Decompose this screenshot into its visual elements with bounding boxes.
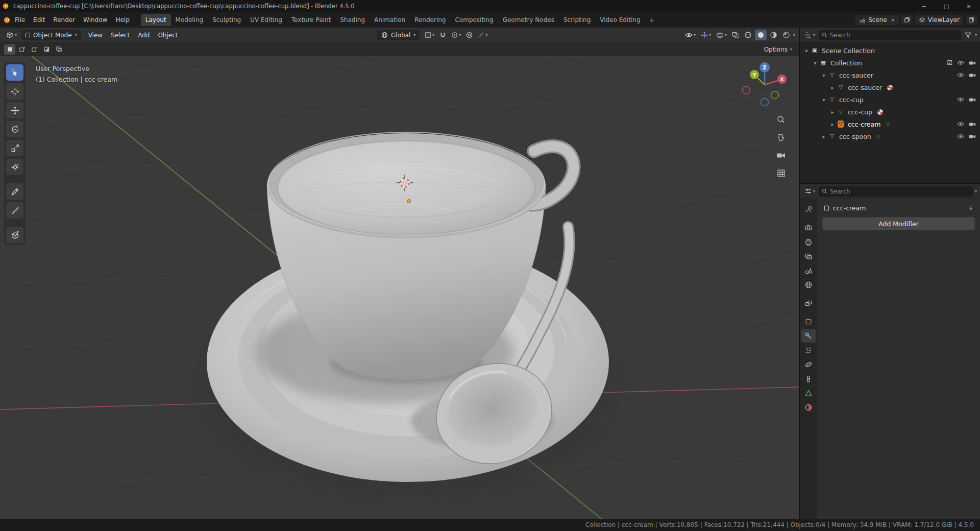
disclosure-arrow-icon[interactable] [812, 60, 819, 66]
render-camera-icon[interactable] [969, 134, 976, 139]
workspace-tab[interactable]: Sculpting [208, 14, 246, 26]
new-viewlayer-icon[interactable] [966, 15, 977, 25]
select-mode-intersect[interactable] [53, 44, 64, 55]
tool-scale[interactable] [6, 140, 23, 156]
props-tab-modifiers[interactable] [801, 329, 816, 343]
workspace-tab[interactable]: Video Editing [595, 14, 645, 26]
camera-view-icon[interactable] [775, 149, 787, 161]
tool-add-cube[interactable] [6, 227, 23, 243]
workspace-tab[interactable]: Layout [141, 14, 171, 26]
outliner-row[interactable]: ▣ ▦ ▽ ▽ ccc-cream ▽ ☑ [800, 118, 980, 130]
snap-toggle[interactable] [437, 30, 448, 40]
props-tab-constraints[interactable] [801, 372, 816, 385]
visibility-dropdown[interactable]: ▾ [683, 31, 698, 39]
workspace-tab[interactable]: Compositing [450, 14, 498, 26]
props-tab-particles[interactable] [801, 344, 816, 357]
outliner-search-input[interactable] [830, 32, 958, 39]
editor-type-dropdown[interactable]: ▾ [4, 30, 18, 40]
properties-options-icon[interactable]: ▾ [975, 189, 977, 194]
hide-eye-icon[interactable] [957, 122, 964, 127]
props-tab-view-layer[interactable] [801, 250, 816, 263]
navigation-gizmo[interactable]: Z Y X [740, 59, 789, 112]
unlink-scene-icon[interactable]: × [891, 17, 895, 23]
orthographic-grid-icon[interactable] [775, 167, 787, 179]
disclosure-arrow-icon[interactable] [829, 85, 836, 90]
pin-icon[interactable] [968, 205, 974, 211]
gizmos-dropdown[interactable]: ▾ [699, 30, 713, 40]
disclosure-arrow-icon[interactable] [820, 73, 827, 78]
shading-material-button[interactable] [768, 30, 779, 40]
orientation-selector[interactable]: Global ▾ [377, 30, 420, 40]
disclosure-arrow-icon[interactable] [829, 122, 836, 127]
shading-dropdown-icon[interactable]: ▾ [793, 33, 795, 37]
outliner-row[interactable]: ▣ ▦ ▽ ▽ Collection ▽ ☑ [800, 57, 980, 69]
proportional-edit-toggle[interactable] [464, 30, 475, 40]
workspace-tab[interactable]: Geometry Nodes [498, 14, 559, 26]
outliner-row[interactable]: ▣ ▦ ▽ ▽ ccc-saucer ▽ ☑ [800, 69, 980, 81]
workspace-tab[interactable]: Scripting [559, 14, 595, 26]
zoom-icon[interactable] [775, 113, 787, 126]
workspace-tab[interactable]: Animation [370, 14, 410, 26]
falloff-dropdown[interactable]: ▾ [476, 30, 489, 40]
add-modifier-button[interactable]: Add Modifier [822, 217, 975, 230]
tool-annotate[interactable] [6, 183, 23, 200]
workspace-tab[interactable]: Texture Paint [287, 14, 335, 26]
outliner-row[interactable]: ▣ ▦ ▽ ▽ ccc-spoon ▽ ☑ [800, 130, 980, 142]
close-button[interactable]: × [958, 0, 980, 12]
viewport-menu-item[interactable]: Object [154, 30, 182, 40]
render-camera-icon[interactable] [969, 97, 976, 103]
props-tab-render[interactable] [801, 221, 816, 234]
menu-item[interactable]: Render [49, 15, 79, 25]
hide-eye-icon[interactable] [957, 97, 964, 102]
properties-search[interactable] [819, 186, 973, 197]
props-tab-tool[interactable] [801, 203, 816, 216]
outliner-row[interactable]: ▣ ▦ ▽ ▽ Scene Collection ▽ ☑ [800, 44, 980, 57]
select-mode-extend[interactable] [16, 44, 28, 55]
mode-selector[interactable]: Object Mode ▾ [21, 30, 81, 40]
render-camera-icon[interactable] [969, 73, 976, 78]
select-mode-new[interactable] [4, 44, 15, 55]
maximize-button[interactable]: □ [935, 0, 958, 12]
tool-select-box[interactable] [6, 64, 23, 81]
add-workspace-button[interactable]: + [645, 15, 659, 25]
snap-increment-dropdown[interactable]: ▾ [423, 30, 436, 40]
outliner-search[interactable] [819, 30, 961, 40]
shading-wireframe-button[interactable] [742, 30, 754, 40]
tool-transform[interactable] [6, 159, 23, 175]
workspace-tab[interactable]: Rendering [410, 14, 450, 26]
disclosure-arrow-icon[interactable] [829, 109, 836, 115]
props-tab-scene[interactable] [801, 264, 816, 277]
xray-toggle[interactable] [730, 30, 741, 40]
outliner-filter-button[interactable] [963, 31, 973, 39]
overlays-dropdown[interactable]: ▾ [714, 31, 729, 40]
hide-eye-icon[interactable] [957, 60, 964, 65]
workspace-tab[interactable]: Shading [335, 14, 370, 26]
disclosure-arrow-icon[interactable] [820, 134, 827, 139]
select-mode-invert[interactable] [41, 44, 52, 55]
outliner-row[interactable]: ▣ ▦ ▽ ▽ ccc-cup ▽ ☑ [800, 106, 980, 118]
shading-solid-button[interactable] [755, 30, 767, 40]
shading-rendered-button[interactable] [780, 30, 792, 40]
outliner-row[interactable]: ▣ ▦ ▽ ▽ ccc-saucer ▽ ☑ [800, 81, 980, 93]
properties-editor-dropdown[interactable]: ▾ [803, 186, 817, 196]
viewport-menu-item[interactable]: Select [107, 30, 134, 40]
axis-neg-y-ball[interactable] [771, 91, 779, 99]
menu-item[interactable]: Help [111, 15, 133, 25]
options-dropdown[interactable]: Options ▾ [761, 45, 795, 54]
menu-item[interactable]: Edit [29, 15, 49, 25]
props-tab-object[interactable] [801, 315, 816, 328]
props-tab-object-data[interactable] [801, 387, 816, 400]
minimize-button[interactable]: ─ [913, 0, 935, 12]
viewport-menu-item[interactable]: Add [134, 30, 154, 40]
tool-move[interactable] [6, 102, 23, 118]
props-tab-output[interactable] [801, 235, 816, 249]
props-tab-world[interactable] [801, 278, 816, 292]
collection-checkbox[interactable]: ☑ [947, 59, 952, 66]
tool-rotate[interactable] [6, 121, 23, 137]
tool-measure[interactable] [6, 202, 23, 219]
snap-target-dropdown[interactable]: ▾ [449, 30, 463, 40]
properties-search-input[interactable] [830, 188, 970, 195]
menu-item[interactable]: File [11, 15, 29, 25]
hide-eye-icon[interactable] [957, 134, 964, 139]
axis-neg-x-ball[interactable] [743, 87, 750, 94]
